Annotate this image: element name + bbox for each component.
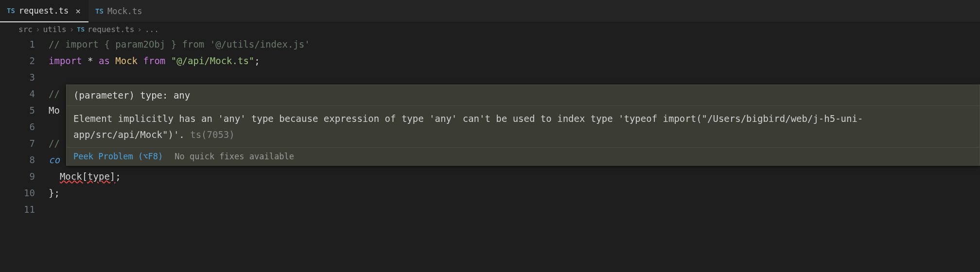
line-number: 3 [0, 69, 35, 85]
line-number: 2 [0, 52, 35, 69]
error-squiggle[interactable]: Mock[type] [60, 171, 115, 182]
code-line[interactable] [49, 69, 980, 85]
breadcrumb-tail[interactable]: ... [145, 25, 159, 34]
line-number: 6 [0, 119, 35, 135]
peek-problem-link[interactable]: Peek Problem (⌥F8) [73, 152, 163, 161]
line-numbers: 1 2 3 4 5 6 7 8 9 10 11 [0, 36, 49, 218]
line-number: 10 [0, 185, 35, 201]
line-number: 8 [0, 152, 35, 168]
line-number: 9 [0, 168, 35, 185]
chevron-right-icon: › [70, 25, 74, 34]
breadcrumb-seg[interactable]: src [18, 25, 33, 34]
line-number: 11 [0, 201, 35, 218]
no-quick-fix-label: No quick fixes available [175, 152, 294, 161]
breadcrumb-seg[interactable]: request.ts [88, 25, 134, 34]
code-line[interactable]: // import { param2Obj } from '@/utils/in… [49, 36, 980, 52]
line-number: 4 [0, 85, 35, 102]
chevron-right-icon: › [35, 25, 40, 34]
tab-label: Mock.ts [107, 6, 142, 16]
hover-actions: Peek Problem (⌥F8) No quick fixes availa… [67, 148, 980, 165]
hover-signature: (parameter) type: any [67, 85, 980, 106]
line-number: 7 [0, 135, 35, 152]
breadcrumb-seg[interactable]: utils [43, 25, 67, 34]
line-number: 1 [0, 36, 35, 52]
tab-mock-ts[interactable]: TS Mock.ts [88, 0, 150, 22]
code-line[interactable]: import * as Mock from "@/api/Mock.ts"; [49, 52, 980, 69]
code-line[interactable]: Mock[type]; [49, 168, 980, 185]
editor[interactable]: 1 2 3 4 5 6 7 8 9 10 11 // import { para… [0, 36, 980, 218]
error-code: ts(7053) [185, 129, 235, 140]
ts-icon: TS [95, 7, 104, 15]
code-line[interactable] [49, 201, 980, 218]
line-number: 5 [0, 102, 35, 119]
tab-request-ts[interactable]: TS request.ts × [0, 0, 88, 22]
hover-tooltip: (parameter) type: any Element implicitly… [66, 85, 980, 166]
breadcrumb[interactable]: src › utils › TS request.ts › ... [0, 22, 980, 36]
tab-bar: TS request.ts × TS Mock.ts [0, 0, 980, 22]
chevron-right-icon: › [137, 25, 142, 34]
code-area[interactable]: // import { param2Obj } from '@/utils/in… [49, 36, 980, 218]
code-line[interactable]: }; [49, 185, 980, 201]
hover-message: Element implicitly has an 'any' type bec… [67, 106, 980, 148]
ts-icon: TS [7, 7, 15, 15]
ts-icon: TS [77, 26, 85, 33]
close-icon[interactable]: × [75, 6, 81, 16]
tab-label: request.ts [19, 6, 69, 16]
